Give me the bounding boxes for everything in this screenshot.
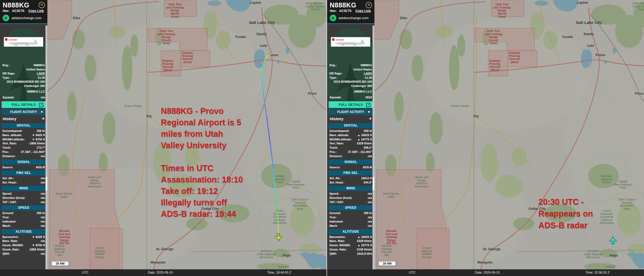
telemetry-label: TAT / OAT: — [2, 200, 17, 204]
telemetry-row: Mach:n/a — [0, 224, 47, 228]
aircraft-info-sidebar: N888KG ✕ Hex: AC3C75 Copy Link ✈ adsbexc… — [0, 0, 47, 269]
full-details-button[interactable]: FULL DETAILS ↗ — [329, 101, 373, 108]
full-details-button[interactable]: FULL DETAILS ↗ — [2, 101, 46, 108]
sidebar-scrollbar[interactable] — [45, 26, 47, 269]
copy-link[interactable]: Copy Link — [356, 9, 371, 13]
map-scale-control: 20 NM — [378, 261, 396, 266]
telemetry-row: Baro. altitude:▼ 8425 ft — [0, 133, 47, 137]
flight-activity-button[interactable]: FLIGHT ACTIVITY ▶ — [2, 109, 46, 115]
hex-label: Hex: — [330, 9, 337, 13]
info-value: CL30 — [365, 76, 372, 80]
db-flags-link[interactable]: LADD — [37, 72, 45, 76]
annotation-text: 20:30 UTC -Reappears onADS-B radar — [538, 196, 593, 231]
telemetry-value: n/a — [41, 215, 45, 220]
info-row: N888KG LLC — [2, 90, 45, 94]
section-header: SPEED — [2, 205, 46, 210]
annotation-line: Assassination: 18:10 — [161, 174, 243, 185]
telemetry-row: Direction (from):n/a — [0, 196, 47, 200]
telemetry-row: Direction (from):n/a — [327, 196, 374, 200]
aircraft-photo[interactable]: canadair — [331, 37, 370, 47]
telemetry-label: Geom. WGS84: — [2, 243, 23, 248]
telemetry-row: WGS84 altitude:▼ 8750 ft — [0, 137, 47, 142]
telemetry-value: n/a — [368, 224, 372, 228]
info-row: Type:CL30 — [2, 76, 45, 80]
aircraft-info-rows: Reg.:N888KGUnited StatesDB flags:LADDTyp… — [327, 63, 374, 99]
telemetry-value: ▲ 16775 ft — [357, 243, 372, 248]
telemetry-label: Barometric: — [2, 235, 19, 239]
telemetry-row: Baro. Rate:3328 ft/min — [327, 239, 374, 243]
telemetry-row: Pos.:37.156°, -111.401° — [327, 150, 374, 154]
adsbexchange-dual-view: N888KG ✕ Hex: AC3C75 Copy Link ✈ adsbexc… — [0, 0, 644, 276]
telemetry-label: Mach: — [329, 224, 338, 228]
annotation-line: 20:30 UTC - — [538, 196, 593, 208]
external-link-icon: ↗ — [39, 103, 43, 107]
section-header: FMS SEL — [2, 170, 46, 175]
telemetry-row: Baro. Rate:n/a — [0, 239, 47, 243]
telemetry-value: n/a — [368, 192, 372, 196]
sidebar-scrollbar[interactable] — [373, 26, 374, 269]
info-row: United States — [329, 68, 372, 72]
telemetry-value: 266 kt — [37, 211, 45, 215]
history-expand-button[interactable]: + — [42, 116, 45, 122]
history-expand-button[interactable]: + — [369, 116, 372, 122]
telemetry-row: Geom. WGS84:▼ 8750 ft — [0, 243, 47, 248]
info-value: 2013 BOMBARDIER BD-100 — [7, 80, 45, 84]
map-canvas[interactable]: ElkoLaytonSalt Lake CitySandyTooeleLehiP… — [374, 0, 644, 269]
telemetry-row: True:n/a — [327, 215, 374, 220]
history-label: History — [3, 116, 16, 121]
copy-link[interactable]: Copy Link — [28, 9, 44, 13]
aircraft-photo[interactable]: canadair — [4, 37, 43, 47]
telemetry-label: Pos.: — [2, 150, 10, 154]
aircraft-photo-zone: canadair — [327, 24, 374, 63]
telemetry-row: Vert. Rate:-1856 ft/min — [0, 141, 47, 146]
info-value: n/a — [41, 95, 45, 100]
close-icon[interactable]: ✕ — [39, 2, 45, 8]
db-flags-link[interactable]: LADD — [364, 72, 372, 76]
info-value: United States — [353, 68, 372, 72]
history-label: History — [330, 116, 344, 121]
telemetry-value: 37.156°, -111.401° — [348, 150, 372, 154]
section-header: SIGNAL — [2, 160, 46, 165]
section-header: SIGNAL — [329, 160, 373, 165]
telemetry-label: Source: — [329, 165, 340, 170]
map-scale-control: 20 NM — [51, 261, 69, 266]
info-value: N888KG — [34, 63, 45, 68]
telemetry-row: Sel. Head.:344.5° — [327, 181, 374, 185]
telemetry-label: Track: — [329, 146, 338, 150]
info-row: Challenger 300 — [329, 84, 372, 88]
info-row: Reg.:N888KG — [2, 63, 45, 68]
map-canvas[interactable]: ElkoLaytonSalt Lake CitySandyTooeleLehiP… — [47, 0, 327, 269]
telemetry-value: n/a — [41, 154, 45, 158]
aircraft-photo-zone: canadair — [0, 24, 47, 63]
telemetry-value: -1856 ft/min — [29, 248, 45, 252]
telemetry-row: Distance:n/a — [327, 154, 374, 158]
flight-activity-button[interactable]: FLIGHT ACTIVITY ▶ — [329, 109, 373, 115]
scrollbar-thumb[interactable] — [45, 177, 47, 190]
status-bar: UTC Date: 2025-09-10 Time: 19:44:00 Z — [0, 269, 327, 276]
telemetry-label: Baro. altitude: — [2, 133, 22, 137]
info-value: N888KG — [361, 63, 372, 68]
telemetry-label: True: — [329, 215, 337, 220]
telemetry-row: TAT / OAT:n/a — [0, 200, 47, 204]
photo-brand-text: canadair — [336, 39, 345, 41]
telemetry-value: 3136 ft/min — [357, 248, 372, 252]
info-label: Reg.: — [329, 63, 337, 68]
telemetry-sections: SPATIALGroundspeed:266 ktBaro. altitude:… — [0, 122, 47, 269]
map-svg[interactable]: ElkoLaytonSalt Lake CitySandyTooeleLehiP… — [374, 0, 644, 269]
scrollbar-thumb[interactable] — [373, 177, 374, 190]
site-label: adsbexchange.com — [338, 16, 369, 20]
telemetry-label: Vert. Rate: — [2, 141, 17, 146]
telemetry-label: Baro. Rate: — [2, 239, 18, 243]
close-icon[interactable]: ✕ — [366, 2, 372, 8]
telemetry-value: n/a — [368, 220, 372, 224]
telemetry-label: TAT / OAT: — [329, 200, 344, 204]
telemetry-value: ADS-B — [363, 165, 372, 170]
telemetry-label: Geom. Rate: — [329, 248, 347, 252]
info-label: Squawk: — [2, 95, 14, 100]
aircraft-info-sidebar: N888KG ✕ Hex: AC3C75 Copy Link ✈ adsbexc… — [327, 0, 374, 269]
telemetry-label: Sel. Head.: — [2, 181, 17, 185]
telemetry-label: Ground: — [2, 211, 14, 215]
info-row: Challenger 300 — [2, 84, 45, 88]
telemetry-value: ▼ 8425 ft — [32, 235, 45, 239]
history-row: History + — [327, 116, 374, 122]
